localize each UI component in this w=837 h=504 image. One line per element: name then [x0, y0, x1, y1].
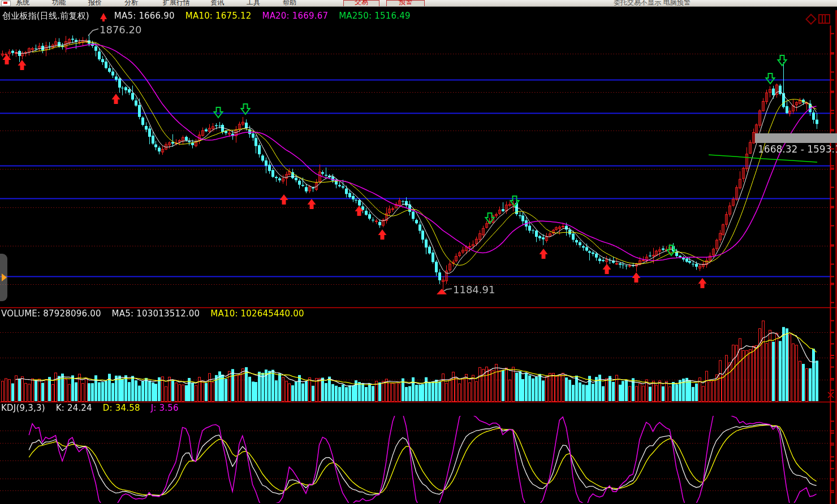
kdj-j-value: J: 3.56	[151, 403, 179, 413]
main-chart-header: 创业板指(日线.前复权) MA5: 1666.90 MA10: 1675.12 …	[2, 11, 419, 21]
menu-right-text: 委托交易不显示 电脑预警	[614, 0, 691, 7]
vol-ma10-value: MA10: 102645440.00	[210, 309, 304, 319]
sidebar-expander[interactable]	[0, 254, 7, 301]
symbol-title: 创业板指(日线.前复权)	[2, 11, 89, 21]
menu-item-alert[interactable]: 预警	[386, 0, 425, 7]
menu-item-tools[interactable]: 工具	[247, 0, 260, 7]
app-icon[interactable]	[1, 1, 11, 6]
menu-item-quotes[interactable]: 报价	[88, 0, 102, 7]
menu-item-news[interactable]: 资讯	[210, 0, 224, 7]
kdj-name: KDJ(9,3,3)	[1, 403, 45, 413]
range-tooltip-text: 1668.32 - 1593.1	[758, 144, 837, 155]
vol-ma5-value: MA5: 103013512.00	[112, 309, 200, 319]
menu-item-function[interactable]: 功能	[52, 0, 66, 7]
ma250-value: MA250: 1516.49	[339, 11, 410, 21]
ma20-value: MA20: 1669.67	[262, 11, 329, 21]
menu-item-help[interactable]: 帮助	[283, 0, 296, 7]
kdj-k-value: K: 24.24	[56, 403, 92, 413]
menu-item-system[interactable]: 系统	[16, 0, 29, 7]
volume-value: VOLUME: 87928096.00	[1, 309, 101, 319]
kdj-d-value: D: 34.58	[103, 403, 140, 413]
volume-header: VOLUME: 87928096.00 MA5: 103013512.00 MA…	[1, 309, 312, 319]
chart-canvas[interactable]	[0, 0, 837, 504]
chevron-right-icon	[2, 273, 7, 281]
menu-item-trade[interactable]: 交易	[343, 0, 379, 7]
peak-price-annotation: 1876.20	[100, 24, 141, 36]
ma5-value: MA5: 1666.90	[114, 11, 175, 21]
menu-item-analysis[interactable]: 分析	[124, 0, 138, 7]
ma10-value: MA10: 1675.12	[185, 11, 252, 21]
split-panes-icon[interactable]	[818, 14, 830, 24]
trading-terminal: 系统 功能 报价 分析 扩展行情 资讯 工具 帮助 交易 预警 委托交易不显示 …	[0, 0, 837, 504]
range-tooltip-box	[755, 133, 837, 143]
trend-up-icon	[100, 13, 107, 19]
menu-bar: 系统 功能 报价 分析 扩展行情 资讯 工具 帮助 交易 预警 委托交易不显示 …	[0, 0, 837, 7]
trough-price-annotation: 1184.91	[453, 284, 495, 296]
kdj-header: KDJ(9,3,3) K: 24.24 D: 34.58 J: 3.56	[1, 403, 187, 413]
menu-item-extended[interactable]: 扩展行情	[163, 0, 190, 7]
